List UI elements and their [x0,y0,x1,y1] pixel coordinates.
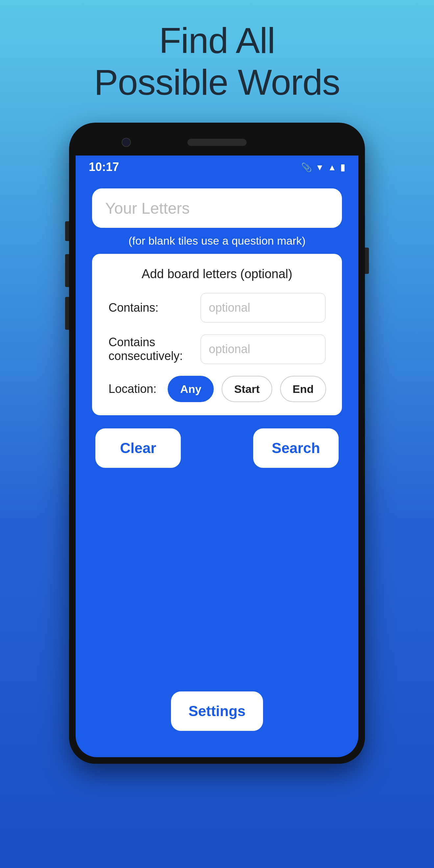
location-label: Location: [108,382,156,396]
clipboard-icon [301,161,312,173]
board-card: Add board letters (optional) Contains: C… [92,254,342,415]
contains-label: Contains: [108,301,158,315]
signal-icon [328,161,336,173]
volume-down-button [65,297,69,330]
hint-text: (for blank tiles use a question mark) [129,235,306,247]
action-buttons: Clear Search [92,428,342,468]
settings-area: Settings [171,691,263,731]
phone-frame: 10:17 (for blank tiles use a question ma… [69,123,365,764]
letters-input[interactable] [92,188,342,228]
mute-button [65,221,69,241]
status-time: 10:17 [89,160,119,174]
location-any-button[interactable]: Any [168,376,214,402]
contains-consecutively-label: Contains consecutively: [108,335,200,363]
front-camera [122,138,131,147]
location-start-button[interactable]: Start [222,376,272,402]
app-heading: Find All Possible Words [94,20,340,103]
contains-input[interactable] [200,293,326,322]
contains-consecutively-row: Contains consecutively: [108,334,326,364]
phone-top-bar [75,129,359,156]
phone-speaker [187,139,247,146]
contains-row: Contains: [108,293,326,322]
clear-button[interactable]: Clear [95,428,181,468]
status-bar: 10:17 [75,156,359,179]
location-end-button[interactable]: End [280,376,326,402]
contains-consecutively-input[interactable] [200,334,326,364]
board-card-title: Add board letters (optional) [108,267,326,281]
power-button [365,248,369,274]
location-row: Location: Any Start End [108,376,326,402]
wifi-icon [316,161,324,173]
status-icons [301,161,345,173]
heading-line1: Find All [159,20,275,61]
phone-screen: 10:17 (for blank tiles use a question ma… [75,156,359,757]
settings-button[interactable]: Settings [171,691,263,731]
battery-icon [340,161,345,173]
app-content: (for blank tiles use a question mark) Ad… [75,179,359,478]
search-button[interactable]: Search [253,428,339,468]
volume-up-button [65,254,69,287]
heading-line2: Possible Words [94,62,340,102]
